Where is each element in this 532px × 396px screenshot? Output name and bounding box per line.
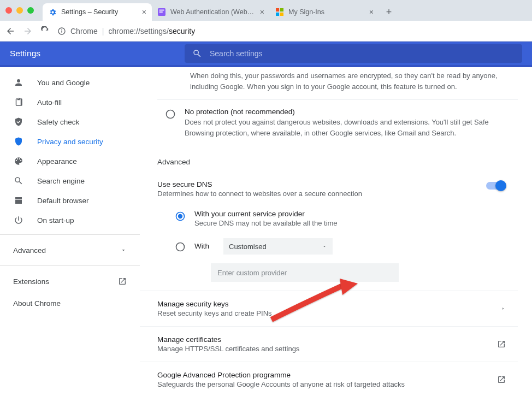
svg-rect-4 <box>280 8 283 11</box>
forward-button[interactable] <box>23 26 33 36</box>
row-desc: Reset security keys and create PINs <box>157 309 500 317</box>
svg-rect-1 <box>159 10 164 11</box>
option-title: With <box>194 242 209 250</box>
close-icon[interactable]: × <box>260 8 264 16</box>
clipboard-icon <box>13 97 24 107</box>
window-controls <box>5 0 43 21</box>
omnibox-url-page: security <box>169 27 195 36</box>
sidebar-item-privacy-security[interactable]: Privacy and security <box>0 132 140 151</box>
option-title: With your current service provider <box>194 210 338 218</box>
select-value: Customised <box>229 243 267 251</box>
option-title: No protection (not recommended) <box>185 108 506 116</box>
custom-dns-provider-input[interactable]: Enter custom provider <box>211 263 399 282</box>
settings-content: When doing this, your passwords and user… <box>140 67 532 394</box>
window-close-button[interactable] <box>5 7 12 14</box>
reload-button[interactable] <box>40 26 50 36</box>
divider <box>0 234 140 235</box>
use-secure-dns-row: Use secure DNS Determines how to connect… <box>140 174 518 204</box>
dns-current-provider-option[interactable]: With your current service provider Secur… <box>175 204 518 233</box>
sidebar-item-label: Safety check <box>37 118 79 126</box>
window-minimize-button[interactable] <box>16 7 23 14</box>
tab-label: My Sign-Ins <box>288 8 365 16</box>
tab-label: Web Authentication (WebAuthn <box>170 8 256 16</box>
page-icon <box>157 8 166 16</box>
row-title: Manage security keys <box>157 300 500 308</box>
back-button[interactable] <box>5 26 15 36</box>
browser-icon <box>13 196 24 205</box>
browser-tab-mysignins[interactable]: My Sign-Ins × <box>270 3 379 21</box>
divider <box>0 265 140 266</box>
option-desc: Does not protect you against dangerous w… <box>185 117 506 138</box>
browser-tab-webauthn[interactable]: Web Authentication (WebAuthn × <box>152 3 270 21</box>
chevron-down-icon <box>322 244 327 249</box>
search-icon <box>13 176 24 186</box>
sidebar-about-chrome-link[interactable]: About Chrome <box>0 292 140 314</box>
sidebar-link-label: About Chrome <box>13 299 61 308</box>
external-link-icon <box>497 375 506 384</box>
address-bar[interactable]: Chrome | chrome://settings/security <box>57 27 527 36</box>
new-tab-button[interactable]: + <box>381 4 397 20</box>
window-titlebar: Settings – Security × Web Authentication… <box>0 0 532 21</box>
person-icon <box>13 78 24 87</box>
sidebar-item-you-and-google[interactable]: You and Google <box>0 73 140 92</box>
external-link-icon <box>118 277 127 286</box>
sidebar-item-label: On start-up <box>37 216 74 224</box>
svg-rect-5 <box>276 13 279 16</box>
safety-icon <box>13 117 24 127</box>
sidebar-item-autofill[interactable]: Auto-fill <box>0 92 140 112</box>
sidebar-link-label: Extensions <box>13 277 49 286</box>
sidebar-advanced-label: Advanced <box>13 246 46 255</box>
setting-desc: Determines how to connect to websites ov… <box>157 190 362 198</box>
external-link-icon <box>497 340 506 348</box>
palette-icon <box>13 156 24 166</box>
omnibox-badge: Chrome <box>70 27 98 36</box>
sidebar-item-label: You and Google <box>37 79 90 87</box>
no-protection-option[interactable]: No protection (not recommended) Does not… <box>157 100 518 146</box>
tab-label: Settings – Security <box>61 8 138 16</box>
row-title: Manage certificates <box>157 335 497 344</box>
sidebar-item-safety-check[interactable]: Safety check <box>0 112 140 132</box>
sidebar-advanced-toggle[interactable]: Advanced <box>0 239 140 261</box>
close-icon[interactable]: × <box>142 8 146 16</box>
svg-rect-8 <box>61 30 62 32</box>
browser-toolbar: Chrome | chrome://settings/security <box>0 21 532 42</box>
sidebar-item-label: Privacy and security <box>37 138 103 146</box>
power-icon <box>13 215 24 225</box>
sidebar-item-label: Appearance <box>37 157 77 166</box>
sidebar-item-appearance[interactable]: Appearance <box>0 151 140 171</box>
svg-point-13 <box>176 243 185 251</box>
secure-dns-toggle[interactable] <box>486 182 506 190</box>
search-input[interactable] <box>210 49 515 58</box>
window-zoom-button[interactable] <box>27 7 34 14</box>
sidebar-item-label: Default browser <box>37 197 89 205</box>
row-title: Google Advanced Protection programme <box>157 371 497 379</box>
sidebar-extensions-link[interactable]: Extensions <box>0 270 140 292</box>
safe-browsing-desc-continued: When doing this, your passwords and user… <box>157 67 518 100</box>
info-icon <box>57 27 66 36</box>
sidebar-item-label: Auto-fill <box>37 98 62 107</box>
row-desc: Manage HTTPS/SSL certificates and settin… <box>157 345 497 353</box>
gear-icon <box>48 8 57 16</box>
advanced-section-label: Advanced <box>157 158 518 166</box>
dns-with-custom-option[interactable]: With Customised <box>175 233 518 260</box>
page-title: Settings <box>10 49 40 58</box>
dns-provider-select[interactable]: Customised <box>223 238 333 255</box>
radio-unselected-icon[interactable] <box>165 109 176 138</box>
sidebar-item-label: Search engine <box>37 177 85 185</box>
radio-unselected-icon[interactable] <box>175 241 186 252</box>
manage-security-keys-row[interactable]: Manage security keys Reset security keys… <box>140 291 518 326</box>
close-icon[interactable]: × <box>369 8 374 16</box>
sidebar: You and Google Auto-fill Safety check Pr… <box>0 67 140 394</box>
sidebar-item-search-engine[interactable]: Search engine <box>0 171 140 191</box>
microsoft-icon <box>275 8 284 16</box>
sidebar-item-on-startup[interactable]: On start-up <box>0 210 140 230</box>
advanced-protection-row[interactable]: Google Advanced Protection programme Saf… <box>140 362 518 394</box>
sidebar-item-default-browser[interactable]: Default browser <box>0 191 140 210</box>
svg-rect-9 <box>61 29 62 29</box>
browser-tab-settings[interactable]: Settings – Security × <box>43 3 152 21</box>
shield-icon <box>13 137 24 146</box>
search-settings-field[interactable] <box>185 44 522 63</box>
manage-certificates-row[interactable]: Manage certificates Manage HTTPS/SSL cer… <box>140 326 518 362</box>
radio-selected-icon[interactable] <box>175 211 186 222</box>
chevron-down-icon <box>120 247 127 253</box>
